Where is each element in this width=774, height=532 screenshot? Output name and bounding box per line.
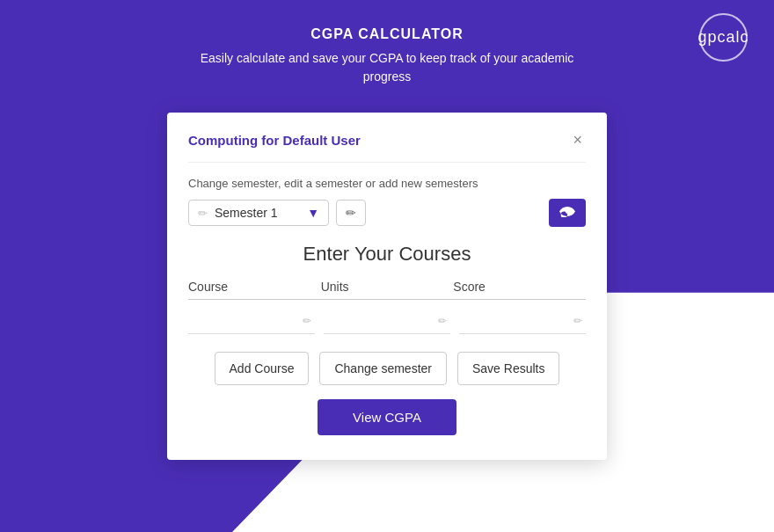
action-row: Add Course Change semester Save Results <box>188 352 586 385</box>
table-header: Course Units Score <box>188 280 586 300</box>
logo-circle: gpcalc <box>699 13 748 62</box>
modal: Computing for Default User × Change seme… <box>167 113 607 460</box>
col-header-units: Units <box>321 280 454 294</box>
col-header-score: Score <box>453 280 586 294</box>
semester-name-label: Semester 1 <box>215 206 300 220</box>
page-header: CGPA CALCULATOR Easily calculate and sav… <box>0 0 774 86</box>
save-results-button[interactable]: Save Results <box>457 352 559 385</box>
modal-wrapper: Computing for Default User × Change seme… <box>0 113 774 460</box>
courses-table: Course Units Score ✏ ✏ ✏ <box>188 280 586 334</box>
table-row: ✏ ✏ ✏ <box>188 309 586 334</box>
chevron-down-icon: ▼ <box>307 206 319 220</box>
add-course-button[interactable]: Add Course <box>215 352 310 385</box>
semester-hint: Change semester, edit a semester or add … <box>188 177 586 190</box>
units-input[interactable] <box>324 309 450 334</box>
semester-controls: ✏ Semester 1 ▼ ✏ <box>188 199 586 227</box>
course-input-cell: ✏ <box>188 309 315 334</box>
change-semester-button[interactable]: Change semester <box>319 352 447 385</box>
course-input[interactable] <box>188 309 315 334</box>
col-header-course: Course <box>188 280 321 294</box>
logo-text: gpcalc <box>697 28 748 47</box>
selector-edit-icon: ✏ <box>198 207 208 220</box>
page-subtitle: Easily calculate and save your CGPA to k… <box>176 49 598 86</box>
modal-title-prefix: Computing for <box>188 133 282 148</box>
courses-section-title: Enter Your Courses <box>188 243 586 266</box>
units-input-cell: ✏ <box>324 309 450 334</box>
score-input-cell: ✏ <box>459 309 586 334</box>
modal-title: Computing for Default User <box>188 133 361 148</box>
view-cgpa-button[interactable]: View CGPA <box>318 399 456 435</box>
edit-semester-button[interactable]: ✏ <box>336 200 366 226</box>
semester-selector[interactable]: ✏ Semester 1 ▼ <box>188 200 329 226</box>
page-title: CGPA CALCULATOR <box>0 26 774 42</box>
view-toggle-button[interactable] <box>549 199 586 227</box>
logo: gpcalc <box>699 13 748 62</box>
modal-header: Computing for Default User × <box>188 130 586 163</box>
units-edit-icon: ✏ <box>438 315 447 327</box>
modal-close-button[interactable]: × <box>569 130 586 149</box>
eye-icon <box>559 207 575 217</box>
score-input[interactable] <box>459 309 586 334</box>
modal-title-user: Default User <box>282 133 360 148</box>
course-edit-icon: ✏ <box>303 315 311 327</box>
score-edit-icon: ✏ <box>573 315 582 327</box>
